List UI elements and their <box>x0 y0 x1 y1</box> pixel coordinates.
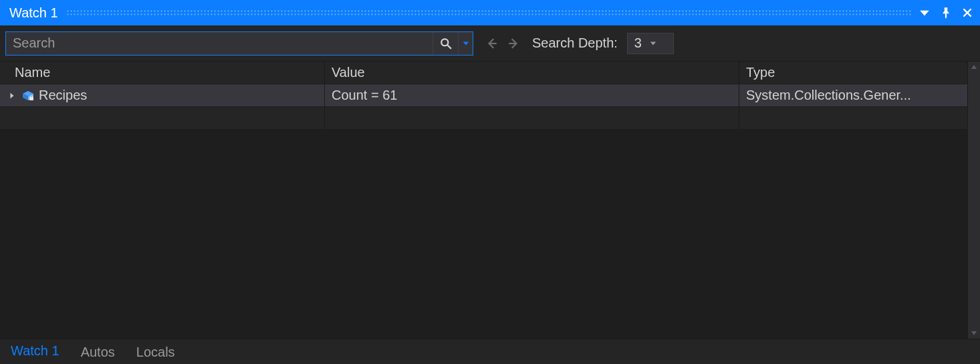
scroll-down-icon[interactable] <box>970 329 978 337</box>
bottom-tabs: Watch 1 Autos Locals <box>0 339 980 364</box>
header-value[interactable]: Value <box>325 62 739 84</box>
nav-prev-button[interactable] <box>483 34 501 53</box>
titlebar-grip[interactable] <box>66 9 912 16</box>
svg-marker-0 <box>920 11 929 16</box>
tab-locals[interactable]: Locals <box>132 341 179 364</box>
table-row[interactable]: Recipes Count = 61 System.Collections.Ge… <box>0 84 968 107</box>
nav-next-button[interactable] <box>504 34 523 53</box>
svg-marker-4 <box>650 41 656 45</box>
vertical-scrollbar[interactable] <box>968 62 980 339</box>
pin-icon[interactable] <box>939 5 953 20</box>
row-type: System.Collections.Gener... <box>739 84 968 106</box>
svg-marker-3 <box>463 41 468 45</box>
close-icon[interactable] <box>960 5 975 20</box>
svg-point-1 <box>441 39 448 46</box>
header-name[interactable]: Name <box>0 62 325 84</box>
svg-marker-11 <box>971 65 977 69</box>
search-button[interactable] <box>433 32 458 55</box>
search-dropdown[interactable] <box>458 32 473 55</box>
search-depth-label: Search Depth: <box>532 35 618 51</box>
svg-line-2 <box>447 45 451 49</box>
window-menu-dropdown[interactable] <box>917 5 932 20</box>
titlebar: Watch 1 <box>0 0 980 25</box>
watch-grid: Name Value Type <box>0 62 968 339</box>
header-type[interactable]: Type <box>739 62 968 84</box>
tab-autos[interactable]: Autos <box>77 341 119 364</box>
search-depth-select[interactable]: 3 <box>627 33 674 54</box>
main: Name Value Type <box>0 62 980 339</box>
search-input[interactable] <box>6 32 433 55</box>
svg-marker-5 <box>11 92 14 98</box>
search-nav <box>483 34 523 53</box>
toolbar: Search Depth: 3 <box>0 25 980 62</box>
row-name: Recipes <box>39 88 87 103</box>
grid-body: Recipes Count = 61 System.Collections.Ge… <box>0 84 968 339</box>
search-container <box>5 31 473 56</box>
tab-watch1[interactable]: Watch 1 <box>7 339 64 364</box>
grid-header: Name Value Type <box>0 62 968 84</box>
expand-toggle[interactable] <box>7 90 17 101</box>
new-watch-row[interactable] <box>0 107 968 130</box>
scroll-up-icon[interactable] <box>970 63 978 71</box>
object-icon <box>21 90 35 102</box>
window-title: Watch 1 <box>9 5 58 21</box>
search-depth-value: 3 <box>634 35 642 51</box>
row-value: Count = 61 <box>325 84 739 106</box>
svg-marker-12 <box>971 331 977 335</box>
